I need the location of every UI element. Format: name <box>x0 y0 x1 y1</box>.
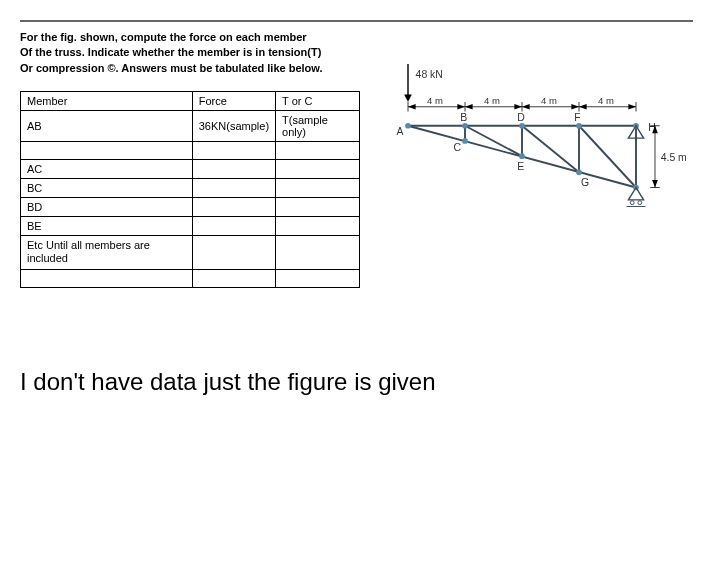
svg-point-40 <box>630 201 634 205</box>
question-line2: Of the truss. Indicate whether the membe… <box>20 45 360 60</box>
cell-tc: T(sample only) <box>276 111 360 142</box>
svg-point-34 <box>462 138 468 144</box>
svg-text:B: B <box>460 112 467 123</box>
cell-tc <box>276 236 360 269</box>
svg-text:E: E <box>517 161 524 172</box>
table-row: Etc Until all members are included <box>21 236 360 269</box>
cell-force <box>192 269 275 287</box>
svg-text:4 m: 4 m <box>484 95 500 106</box>
question-text: For the fig. shown, compute the force on… <box>20 30 360 76</box>
load-label: 48 kN <box>416 69 443 80</box>
bottom-note: I don't have data just the figure is giv… <box>20 368 693 396</box>
svg-point-31 <box>519 123 525 129</box>
table-row <box>21 142 360 160</box>
cell-member: Etc Until all members are included <box>21 236 193 269</box>
table-row: AB 36KN(sample) T(sample only) <box>21 111 360 142</box>
svg-text:G: G <box>581 177 589 188</box>
svg-marker-1 <box>404 94 412 102</box>
svg-text:D: D <box>517 112 525 123</box>
svg-marker-13 <box>571 104 579 110</box>
cell-member: BE <box>21 217 193 236</box>
svg-line-26 <box>465 126 522 156</box>
svg-text:A: A <box>397 126 404 137</box>
svg-text:4.5 m: 4.5 m <box>661 152 687 163</box>
cell-member <box>21 142 193 160</box>
svg-marker-11 <box>514 104 522 110</box>
cell-tc <box>276 179 360 198</box>
svg-marker-8 <box>408 104 416 110</box>
table-row <box>21 269 360 287</box>
cell-force <box>192 179 275 198</box>
table-row: BC <box>21 179 360 198</box>
svg-text:F: F <box>574 112 580 123</box>
truss-diagram: 48 kN 4 m 4 m 4 m 4 m <box>370 50 693 230</box>
cell-force: 36KN(sample) <box>192 111 275 142</box>
cell-tc <box>276 142 360 160</box>
svg-text:4 m: 4 m <box>427 95 443 106</box>
svg-marker-12 <box>522 104 530 110</box>
svg-text:4 m: 4 m <box>541 95 557 106</box>
svg-marker-10 <box>465 104 473 110</box>
table-row: AC <box>21 160 360 179</box>
svg-marker-55 <box>652 180 658 188</box>
cell-member <box>21 269 193 287</box>
cell-force <box>192 142 275 160</box>
cell-tc <box>276 160 360 179</box>
question-line1: For the fig. shown, compute the force on… <box>20 30 360 45</box>
cell-tc <box>276 269 360 287</box>
svg-text:C: C <box>454 142 462 153</box>
svg-point-35 <box>519 153 525 159</box>
svg-point-32 <box>576 123 582 129</box>
svg-marker-14 <box>579 104 587 110</box>
cell-tc <box>276 217 360 236</box>
table-row: BE <box>21 217 360 236</box>
svg-marker-9 <box>457 104 465 110</box>
svg-point-41 <box>638 201 642 205</box>
header-force: Force <box>192 92 275 111</box>
cell-tc <box>276 198 360 217</box>
svg-text:4 m: 4 m <box>598 95 614 106</box>
table-row: BD <box>21 198 360 217</box>
cell-force <box>192 217 275 236</box>
svg-marker-15 <box>628 104 636 110</box>
cell-force <box>192 236 275 269</box>
cell-force <box>192 198 275 217</box>
header-member: Member <box>21 92 193 111</box>
svg-point-30 <box>462 123 468 129</box>
table-header-row: Member Force T or C <box>21 92 360 111</box>
answer-table: Member Force T or C AB 36KN(sample) T(sa… <box>20 91 360 287</box>
svg-point-29 <box>405 123 411 129</box>
svg-point-36 <box>576 169 582 175</box>
question-line3: Or compression ©. Answers must be tabula… <box>20 61 360 76</box>
header-tc: T or C <box>276 92 360 111</box>
cell-force <box>192 160 275 179</box>
cell-member: AC <box>21 160 193 179</box>
cell-member: AB <box>21 111 193 142</box>
cell-member: BD <box>21 198 193 217</box>
cell-member: BC <box>21 179 193 198</box>
